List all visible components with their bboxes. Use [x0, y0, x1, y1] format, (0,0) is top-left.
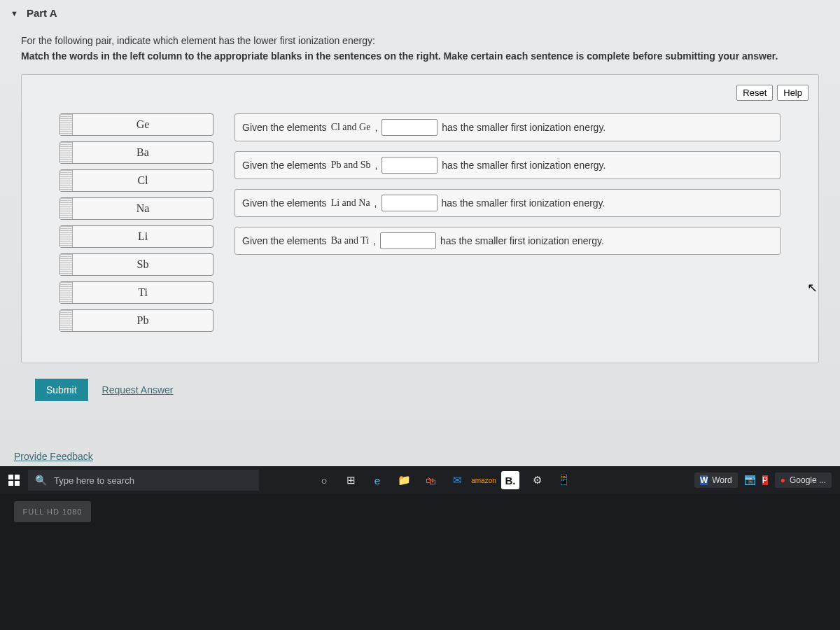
word-item-pb[interactable]: Pb	[59, 309, 214, 332]
sentence-suffix: has the smaller first ionization energy.	[442, 122, 606, 133]
word-label: Li	[73, 226, 213, 247]
word-item-ba[interactable]: Ba	[59, 141, 214, 164]
camera-icon[interactable]: 📷	[745, 475, 755, 485]
task-view-icon[interactable]: ⊞	[342, 471, 360, 489]
sentence-list: Given the elements Cl and Ge, has the sm…	[234, 113, 780, 332]
amazon-icon[interactable]: amazon	[475, 471, 493, 489]
submit-button[interactable]: Submit	[35, 379, 88, 401]
instruction-line-2: Match the words in the left column to th…	[21, 48, 819, 64]
svg-rect-3	[15, 481, 20, 486]
start-button[interactable]	[0, 475, 28, 486]
word-icon: W	[700, 475, 708, 485]
sentence-suffix: has the smaller first ionization energy.	[442, 160, 606, 171]
word-item-na[interactable]: Na	[59, 197, 214, 220]
sentence-row: Given the elements Ba and Ti, has the sm…	[234, 227, 780, 255]
word-label: Na	[73, 198, 213, 219]
taskbar-right: W Word 📷 P ● Google ...	[694, 472, 840, 488]
word-label: Cl	[73, 170, 213, 191]
file-explorer-icon[interactable]: 📁	[395, 471, 413, 489]
sentence-prefix: Given the elements	[242, 197, 327, 209]
settings-icon[interactable]: ⚙	[528, 471, 546, 489]
drag-handle-icon	[60, 142, 73, 163]
word-item-li[interactable]: Li	[59, 225, 214, 248]
edge-icon[interactable]: e	[368, 471, 386, 489]
sentence-prefix: Given the elements	[242, 122, 327, 133]
svg-rect-2	[8, 481, 13, 486]
search-placeholder: Type here to search	[54, 475, 134, 486]
sentence-suffix: has the smaller first ionization energy.	[440, 235, 604, 246]
word-label: Ge	[73, 114, 213, 135]
drop-slot[interactable]	[382, 195, 438, 211]
reset-button[interactable]: Reset	[736, 85, 773, 101]
drag-handle-icon	[60, 254, 73, 275]
request-answer-link[interactable]: Request Answer	[102, 384, 174, 396]
drop-slot[interactable]	[380, 232, 436, 249]
taskbar: 🔍 Type here to search ○ ⊞ e 📁 🛍 ✉ amazon…	[0, 466, 840, 494]
monitor-sticker: FULL HD 1080	[14, 501, 91, 522]
svg-rect-1	[15, 475, 20, 479]
mail-icon[interactable]: ✉	[448, 471, 466, 489]
windows-icon	[8, 475, 20, 486]
word-item-cl[interactable]: Cl	[59, 169, 214, 192]
word-bank: Ge Ba Cl Na Li	[59, 113, 214, 332]
word-item-ti[interactable]: Ti	[59, 281, 214, 304]
element-pair: Ba and Ti	[331, 235, 369, 246]
sentence-prefix: Given the elements	[242, 160, 327, 171]
instruction-line-1: For the following pair, indicate which e…	[21, 33, 819, 48]
sentence-row: Given the elements Li and Na, has the sm…	[234, 189, 780, 217]
word-label: Word	[712, 475, 732, 485]
taskbar-center-icons: ○ ⊞ e 📁 🛍 ✉ amazon B. ⚙ 📱	[315, 471, 573, 489]
drop-slot[interactable]	[382, 119, 438, 136]
submit-row: Submit Request Answer	[0, 363, 840, 401]
sentence-row: Given the elements Pb and Sb, has the sm…	[234, 151, 780, 179]
google-app-button[interactable]: ● Google ...	[775, 472, 832, 488]
google-label: Google ...	[790, 475, 826, 485]
word-label: Sb	[73, 254, 213, 275]
search-icon: 🔍	[35, 475, 47, 486]
drag-handle-icon	[60, 198, 73, 219]
element-pair: Pb and Sb	[331, 160, 371, 171]
chrome-icon: ●	[780, 475, 785, 485]
word-label: Ba	[73, 142, 213, 163]
svg-rect-0	[8, 475, 13, 479]
help-button[interactable]: Help	[777, 85, 808, 101]
store-icon[interactable]: 🛍	[421, 471, 440, 489]
part-title: Part A	[27, 7, 57, 19]
provide-feedback-link[interactable]: Provide Feedback	[14, 451, 93, 462]
sentence-suffix: has the smaller first ionization energy.	[442, 197, 606, 209]
word-item-sb[interactable]: Sb	[59, 253, 214, 276]
top-controls: Reset Help	[31, 85, 808, 101]
word-app-button[interactable]: W Word	[694, 472, 738, 488]
element-pair: Li and Na	[331, 197, 370, 209]
powerpoint-icon[interactable]: P	[762, 475, 768, 485]
word-label: Pb	[73, 310, 213, 331]
activity-area: Reset Help Ge Ba Cl Na	[21, 74, 819, 363]
monitor-bezel: FULL HD 1080	[0, 494, 840, 630]
drop-slot[interactable]	[382, 157, 438, 174]
element-pair: Cl and Ge	[331, 122, 371, 133]
sentence-row: Given the elements Cl and Ge, has the sm…	[234, 113, 780, 141]
drag-handle-icon	[60, 114, 73, 135]
drag-handle-icon	[60, 310, 73, 331]
word-item-ge[interactable]: Ge	[59, 113, 214, 136]
search-input[interactable]: 🔍 Type here to search	[28, 470, 259, 491]
cortana-icon[interactable]: ○	[315, 471, 333, 489]
instructions: For the following pair, indicate which e…	[0, 26, 840, 64]
sentence-prefix: Given the elements	[242, 235, 327, 246]
part-header[interactable]: ▼ Part A	[0, 0, 840, 26]
drag-handle-icon	[60, 282, 73, 303]
drag-handle-icon	[60, 226, 73, 247]
word-label: Ti	[73, 282, 213, 303]
drag-handle-icon	[60, 170, 73, 191]
collapse-icon: ▼	[10, 9, 18, 18]
app-b-icon[interactable]: B.	[501, 471, 519, 489]
phone-icon[interactable]: 📱	[554, 471, 573, 489]
